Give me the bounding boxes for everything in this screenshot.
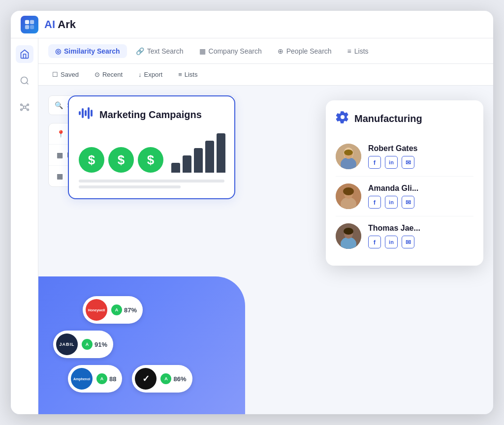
marketing-card-title: Marketing Campaigns — [79, 106, 224, 123]
badge-row-3: Amphenol A 88 ✓ A 86% — [68, 365, 192, 393]
svg-rect-2 — [25, 25, 29, 29]
header: AI Ark — [11, 11, 493, 38]
saved-icon: ☐ — [52, 71, 58, 78]
badge-jabil[interactable]: JABIL A 91% — [53, 331, 113, 358]
badge-checkmark[interactable]: ✓ A 86% — [132, 365, 192, 393]
nav-tabs: ◎ Similarity Search 🔗 Text Search ▦ Comp… — [38, 38, 493, 64]
svg-point-10 — [27, 109, 29, 110]
svg-rect-3 — [30, 25, 34, 29]
tab-lists[interactable]: ≡ Lists — [341, 44, 376, 58]
recent-button[interactable]: ⊙ Recent — [91, 69, 126, 80]
svg-line-14 — [25, 108, 27, 110]
email-icon-thomas[interactable]: ✉ — [402, 236, 414, 248]
person-socials-amanda: f in ✉ — [368, 196, 473, 209]
svg-point-32 — [344, 228, 353, 235]
honeywell-logo: Honeywell — [86, 299, 107, 321]
badge-row-1: Honeywell A 87% — [83, 296, 192, 324]
svg-rect-1 — [30, 20, 34, 24]
person-row-amanda: Amanda Gli... f in ✉ — [336, 177, 473, 216]
checkmark-score: A 86% — [160, 373, 186, 384]
manufacturing-popup: Manufacturing — [326, 100, 483, 266]
email-icon-robert[interactable]: ✉ — [402, 156, 414, 169]
badge-amphenol[interactable]: Amphenol A 88 — [68, 365, 122, 393]
bar-5 — [217, 133, 225, 173]
facebook-icon-robert[interactable]: f — [368, 156, 381, 169]
person-row-robert: Robert Gates f in ✉ — [336, 137, 473, 177]
linkedin-icon-thomas[interactable]: in — [385, 236, 398, 248]
svg-line-5 — [26, 83, 28, 85]
person-info-thomas: Thomas Jae... f in ✉ — [368, 224, 473, 248]
person-socials-robert: f in ✉ — [368, 156, 473, 169]
lists-button[interactable]: ≡ Lists — [174, 69, 201, 80]
bar-4 — [205, 141, 214, 173]
score-circle-a: A — [111, 304, 122, 315]
amphenol-score: A 88 — [96, 373, 116, 384]
recent-icon: ⊙ — [94, 71, 100, 78]
saved-button[interactable]: ☐ Saved — [48, 69, 83, 80]
svg-rect-19 — [91, 110, 93, 117]
person-info-robert: Robert Gates f in ✉ — [368, 144, 473, 169]
text-search-icon: 🔗 — [136, 47, 144, 55]
marketing-card: Marketing Campaigns $ $ $ — [68, 95, 235, 199]
card-lines — [79, 180, 224, 188]
badge-honeywell[interactable]: Honeywell A 87% — [83, 296, 143, 324]
sidebar — [11, 38, 38, 414]
person-info-amanda: Amanda Gli... f in ✉ — [368, 184, 473, 209]
app-container: AI Ark — [11, 11, 493, 414]
similarity-icon: ◎ — [55, 47, 61, 55]
score-circle-a4: A — [160, 373, 171, 384]
linkedin-icon-amanda[interactable]: in — [385, 196, 398, 209]
svg-point-7 — [20, 104, 22, 105]
app-title: AI Ark — [44, 18, 76, 31]
svg-point-4 — [21, 77, 27, 84]
export-button[interactable]: ↓ Export — [134, 69, 166, 80]
svg-point-9 — [20, 109, 22, 110]
score-circle-a3: A — [96, 373, 107, 384]
lists-icon: ≡ — [347, 47, 351, 55]
tab-text[interactable]: 🔗 Text Search — [129, 44, 190, 58]
page-content: 🔍 📍 Company HQ ▾ ▦ — [38, 86, 493, 414]
hq-icon: 📍 — [57, 130, 65, 138]
svg-point-28 — [343, 187, 354, 195]
gear-icon — [336, 110, 349, 127]
svg-rect-17 — [85, 110, 87, 116]
lists-toolbar-icon: ≡ — [178, 71, 182, 78]
svg-line-11 — [22, 105, 24, 107]
sidebar-icon-search[interactable] — [16, 72, 33, 90]
svg-rect-15 — [79, 111, 81, 115]
content: ◎ Similarity Search 🔗 Text Search ▦ Comp… — [38, 38, 493, 414]
popup-header: Manufacturing — [336, 110, 473, 127]
score-circle-a2: A — [82, 339, 93, 350]
email-icon-amanda[interactable]: ✉ — [402, 196, 414, 209]
tab-people[interactable]: ⊕ People Search — [271, 44, 339, 58]
sidebar-icon-network[interactable] — [16, 98, 33, 116]
linkedin-icon-robert[interactable]: in — [385, 156, 398, 169]
waveform-icon — [79, 106, 94, 123]
svg-rect-0 — [25, 20, 29, 24]
facebook-icon-thomas[interactable]: f — [368, 236, 381, 248]
search-icon: 🔍 — [55, 101, 63, 109]
honeywell-score: A 87% — [111, 304, 137, 315]
bar-2 — [183, 155, 191, 173]
tab-company[interactable]: ▦ Company Search — [192, 44, 269, 58]
bar-3 — [194, 148, 203, 173]
dollar-icons: $ $ $ — [79, 147, 163, 173]
extra-filter-icon: ▦ — [57, 172, 63, 180]
company-search-icon: ▦ — [199, 47, 206, 55]
tab-similarity[interactable]: ◎ Similarity Search — [48, 44, 127, 58]
sidebar-icon-home[interactable] — [16, 45, 33, 63]
toolbar: ☐ Saved ⊙ Recent ↓ Export ≡ Lists — [38, 64, 493, 86]
export-icon: ↓ — [138, 71, 142, 78]
person-socials-thomas: f in ✉ — [368, 236, 473, 248]
main-layout: ◎ Similarity Search 🔗 Text Search ▦ Comp… — [11, 38, 493, 414]
svg-rect-18 — [88, 107, 90, 119]
svg-point-24 — [344, 150, 353, 155]
avatar-robert — [336, 144, 361, 169]
avatar-thomas — [336, 223, 361, 249]
industry-icon: ▦ — [57, 151, 63, 159]
amphenol-logo: Amphenol — [71, 368, 93, 390]
avatar-amanda — [336, 183, 361, 209]
facebook-icon-amanda[interactable]: f — [368, 196, 381, 209]
svg-line-13 — [22, 108, 24, 110]
svg-line-12 — [25, 105, 27, 107]
